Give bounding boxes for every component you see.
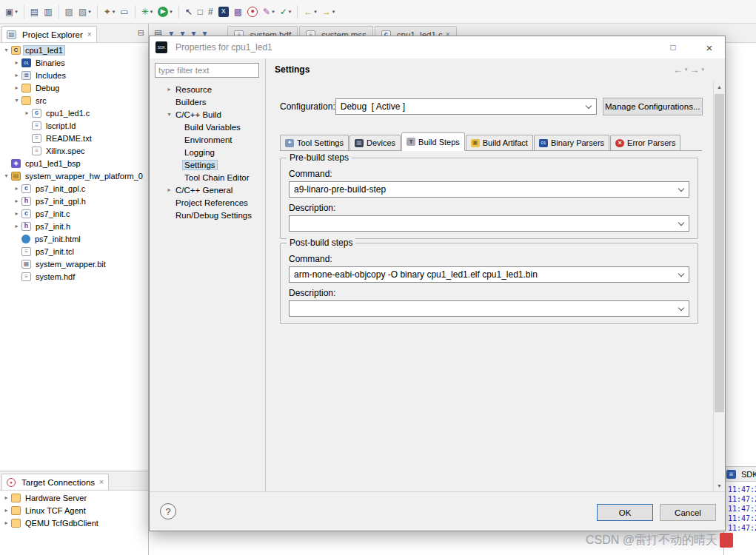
expand-arrow-icon[interactable]: ▸ xyxy=(12,84,21,91)
close-icon[interactable]: × xyxy=(694,36,725,58)
configuration-select[interactable]: Debug [ Active ] xyxy=(335,98,597,115)
tree-item-ps7-init-gpl-c[interactable]: ▸cps7_init_gpl.c xyxy=(0,182,148,195)
close-icon[interactable]: × xyxy=(87,30,92,38)
tree-item-run-debug-settings[interactable]: Run/Debug Settings xyxy=(150,209,265,221)
tree-item-environment[interactable]: Environment xyxy=(150,133,265,146)
post-description-select[interactable] xyxy=(289,300,689,317)
tree-item-c-c-build[interactable]: ▾C/C++ Build xyxy=(150,108,265,121)
print-button[interactable]: ▭ xyxy=(118,6,130,18)
forward-button[interactable]: →▾ xyxy=(320,6,338,18)
tree-item-c-c-general[interactable]: ▸C/C++ General xyxy=(150,184,265,196)
tree-item-project-references[interactable]: Project References xyxy=(150,196,265,209)
back-menu-icon[interactable]: ▾ xyxy=(685,67,688,73)
dialog-titlebar[interactable]: SDK Properties for cpu1_led1 □ × xyxy=(150,36,725,58)
image-button[interactable]: ▩ xyxy=(232,6,244,18)
collapse-arrow-icon[interactable]: ▾ xyxy=(1,172,11,179)
filter-input[interactable] xyxy=(155,63,259,78)
new-window-button[interactable]: □ xyxy=(195,6,205,18)
probe-button[interactable]: ✎▾ xyxy=(261,6,277,18)
tree-item-debug[interactable]: ▸Debug xyxy=(0,81,148,94)
collapse-all-icon[interactable]: ⊟ xyxy=(138,28,144,38)
pointer-button[interactable]: ↖ xyxy=(183,6,195,18)
expand-arrow-icon[interactable]: ▸ xyxy=(12,72,21,78)
tree-item-settings[interactable]: Settings xyxy=(150,158,265,171)
validate-button[interactable]: ✓▾ xyxy=(278,6,294,18)
collapse-arrow-icon[interactable]: ▾ xyxy=(164,111,174,118)
maximize-icon[interactable]: □ xyxy=(658,36,689,58)
expand-arrow-icon[interactable]: ▸ xyxy=(164,86,174,92)
tree-item-ps7-init-h[interactable]: ▸hps7_init.h xyxy=(0,220,148,232)
scrollbar[interactable]: ▲ ▼ xyxy=(713,81,725,491)
tree-item-hardware-server[interactable]: ▸Hardware Server xyxy=(0,491,148,504)
tab-tool-settings[interactable]: ✦Tool Settings xyxy=(280,135,349,150)
tab-build-artifact[interactable]: ▣Build Artifact xyxy=(466,135,533,150)
expand-arrow-icon[interactable]: ▸ xyxy=(1,507,11,514)
tree-item-ps7-init-c[interactable]: ▸cps7_init.c xyxy=(0,207,148,220)
xsdk-button[interactable]: X xyxy=(216,5,231,18)
build-button[interactable]: ✦▾ xyxy=(101,6,118,18)
tab-project-explorer[interactable]: ▤ Project Explorer × xyxy=(1,26,97,42)
back-button[interactable]: ←▾ xyxy=(301,6,319,18)
tree-item-linux-tcf-agent[interactable]: ▸Linux TCF Agent xyxy=(0,504,148,517)
back-icon[interactable]: ← xyxy=(673,64,683,75)
expand-arrow-icon[interactable]: ▸ xyxy=(12,59,21,66)
expand-arrow-icon[interactable]: ▸ xyxy=(12,210,21,217)
forward-menu-icon[interactable]: ▾ xyxy=(701,67,704,73)
tab-error-parsers[interactable]: ×Error Parsers xyxy=(610,135,680,150)
cancel-button[interactable]: Cancel xyxy=(660,504,716,521)
debug-button[interactable]: ✳▾ xyxy=(139,6,155,18)
tree-item-build-variables[interactable]: Build Variables xyxy=(150,121,265,133)
tree-item-builders[interactable]: Builders xyxy=(150,95,265,108)
tree-item-cpu1-led1-bsp[interactable]: ◈cpu1_led1_bsp xyxy=(0,157,148,169)
pre-command-select[interactable]: a9-linaro-pre-build-step xyxy=(289,181,689,198)
expand-arrow-icon[interactable]: ▸ xyxy=(12,185,21,192)
tab-sdk-log[interactable]: ≣ SDK L xyxy=(724,467,756,482)
tree-item-system-hdf[interactable]: ≡system.hdf xyxy=(0,270,148,283)
tree-item-tool-chain-editor[interactable]: Tool Chain Editor xyxy=(150,171,265,184)
tab-target-connections[interactable]: ● Target Connections × xyxy=(1,474,109,490)
post-command-select[interactable]: arm-none-eabi-objcopy -O binary cpu1_led… xyxy=(289,266,689,283)
tab-devices[interactable]: ▦Devices xyxy=(349,135,401,150)
copy-button[interactable]: ▨ xyxy=(63,6,76,18)
tree-item-ps7-init-gpl-h[interactable]: ▸hps7_init_gpl.h xyxy=(0,195,148,207)
save-all-button[interactable]: ▥ xyxy=(41,6,54,18)
run-button[interactable]: ▶▾ xyxy=(155,5,175,18)
tree-item-includes[interactable]: ▸≣Includes xyxy=(0,69,148,81)
tree-item-readme-txt[interactable]: ≡README.txt xyxy=(0,132,148,144)
tree-item-system-wrapper-bit[interactable]: ▦system_wrapper.bit xyxy=(0,258,148,270)
tree-item-ps7-init-tcl[interactable]: ≡ps7_init.tcl xyxy=(0,245,148,258)
tree-item-logging[interactable]: Logging xyxy=(150,146,265,158)
tab-binary-parsers[interactable]: 01Binary Parsers xyxy=(534,135,609,150)
close-icon[interactable]: × xyxy=(99,478,104,486)
tree-item-system-wrapper-hw-platform-0[interactable]: ▾▤system_wrapper_hw_platform_0 xyxy=(0,169,148,182)
scroll-up-icon[interactable]: ▲ xyxy=(714,81,725,92)
expand-arrow-icon[interactable]: ▸ xyxy=(1,494,11,501)
save-button[interactable]: ▤ xyxy=(28,6,41,18)
ok-button[interactable]: OK xyxy=(597,504,653,521)
expand-arrow-icon[interactable]: ▸ xyxy=(1,519,11,526)
tree-item-cpu1-led1[interactable]: ▾Ccpu1_led1 xyxy=(0,44,148,56)
tree-item-src[interactable]: ▾src xyxy=(0,94,148,107)
forward-icon[interactable]: → xyxy=(689,64,699,75)
tree-item-lscript-ld[interactable]: ≡lscript.ld xyxy=(0,119,148,132)
manage-configurations-button[interactable]: Manage Configurations... xyxy=(603,98,703,115)
help-button[interactable]: ? xyxy=(160,503,176,519)
pre-description-select[interactable] xyxy=(289,215,689,232)
scroll-down-icon[interactable]: ▼ xyxy=(714,480,725,491)
paste-button[interactable]: ▧▾ xyxy=(76,6,93,18)
grid-button[interactable]: # xyxy=(206,6,215,18)
expand-arrow-icon[interactable]: ▸ xyxy=(12,223,21,229)
tree-item-qemu-tcfgdbclient[interactable]: ▸QEMU TcfGdbClient xyxy=(0,517,148,529)
collapse-arrow-icon[interactable]: ▾ xyxy=(1,47,11,53)
new-wizard-button[interactable]: ▣▾ xyxy=(3,6,20,18)
expand-arrow-icon[interactable]: ▸ xyxy=(164,186,174,193)
scrollbar-thumb[interactable] xyxy=(715,94,724,412)
target-button[interactable]: ● xyxy=(245,5,260,18)
tab-build-steps[interactable]: TBuild Steps xyxy=(401,132,465,151)
tree-item-cpu1-led1-c[interactable]: ▸ccpu1_led1.c xyxy=(0,107,148,119)
expand-arrow-icon[interactable]: ▸ xyxy=(22,110,32,116)
collapse-arrow-icon[interactable]: ▾ xyxy=(12,97,21,104)
tree-item-binaries[interactable]: ▸01Binaries xyxy=(0,56,148,69)
tree-item-ps7-init-html[interactable]: ps7_init.html xyxy=(0,232,148,245)
tree-item-resource[interactable]: ▸Resource xyxy=(150,83,265,95)
